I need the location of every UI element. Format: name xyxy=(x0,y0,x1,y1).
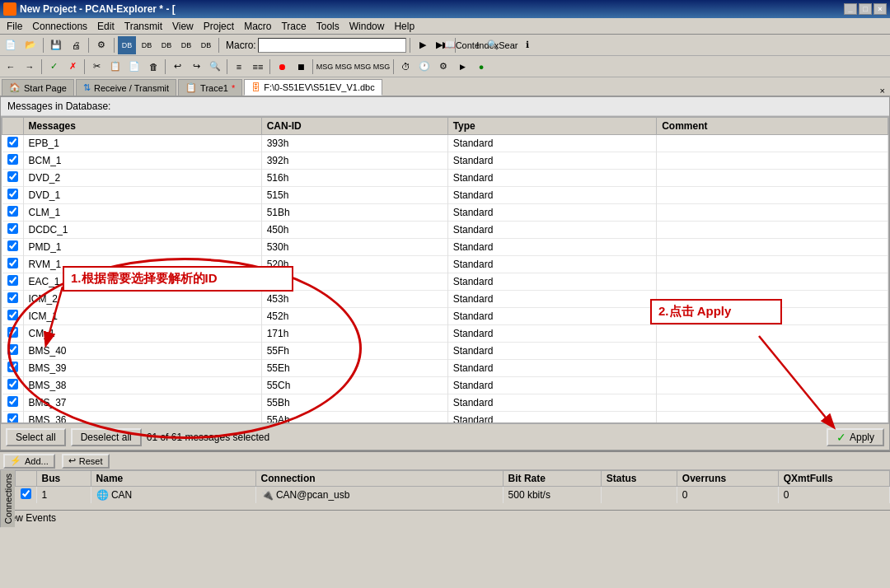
db3-btn[interactable]: DB xyxy=(157,36,176,54)
msg-comment xyxy=(657,239,888,256)
menu-edit[interactable]: Edit xyxy=(92,19,119,34)
cfg-btn[interactable]: ⚙ xyxy=(92,36,110,54)
msg-checkbox-3[interactable] xyxy=(7,189,18,199)
redo-btn[interactable]: ↪ xyxy=(187,58,205,76)
msg-type: Standard xyxy=(447,377,657,394)
msg-checkbox-14[interactable] xyxy=(7,379,18,390)
tab-start-page[interactable]: 🏠 Start Page xyxy=(2,79,74,96)
conn-checkbox[interactable] xyxy=(21,488,31,499)
find-btn[interactable]: 🔍 xyxy=(206,58,224,76)
back-btn[interactable]: ← xyxy=(2,58,20,76)
title-bar: New Project - PCAN-Explorer * - [ _ □ × xyxy=(0,0,890,18)
msg-canid: 393h xyxy=(261,135,447,152)
msg-checkbox-4[interactable] xyxy=(7,206,18,217)
conn-col-check xyxy=(16,471,37,487)
conn-col-connection: Connection xyxy=(255,471,503,487)
msg-checkbox-16[interactable] xyxy=(7,413,18,423)
filter2-btn[interactable]: ≡≡ xyxy=(249,58,267,76)
msg-checkbox-2[interactable] xyxy=(7,171,18,182)
print-btn[interactable]: 🖨 xyxy=(67,36,85,54)
tabs-close-icon[interactable]: × xyxy=(877,86,888,96)
tab-dbc-file[interactable]: 🗄 F:\0-S51EV\S51EV_V1.dbc xyxy=(244,79,382,96)
delete-btn[interactable]: 🗑 xyxy=(144,58,162,76)
stop-btn[interactable]: ⏹ xyxy=(292,58,310,76)
msg-checkbox-6[interactable] xyxy=(7,240,18,251)
open-btn[interactable]: 📂 xyxy=(21,36,40,54)
run-btn[interactable]: ▶ xyxy=(414,36,432,54)
close-btn[interactable]: × xyxy=(874,3,887,15)
msg-checkbox-1[interactable] xyxy=(7,154,18,165)
db5-btn[interactable]: DB xyxy=(197,36,215,54)
add-connection-button[interactable]: ⚡ Add... xyxy=(3,454,55,469)
new-btn[interactable]: 📄 xyxy=(2,36,20,54)
conn-col-qxmt: QXmtFulls xyxy=(778,471,889,487)
macro-input[interactable] xyxy=(258,38,406,53)
msg-name: BMS_40 xyxy=(23,343,261,360)
menu-file[interactable]: File xyxy=(2,19,27,34)
menu-connections[interactable]: Connections xyxy=(27,19,92,34)
menu-window[interactable]: Window xyxy=(344,19,390,34)
msg-type: Standard xyxy=(447,135,657,152)
tab-trace1[interactable]: 📋 Trace1 * xyxy=(178,79,242,96)
connect-btn[interactable]: ✓ xyxy=(44,58,63,76)
menu-project[interactable]: Project xyxy=(199,19,239,34)
menu-tools[interactable]: Tools xyxy=(312,19,344,34)
apply-button[interactable]: ✓ Apply xyxy=(827,428,884,446)
msg-checkbox-13[interactable] xyxy=(7,362,18,372)
rec-btn[interactable]: ⏺ xyxy=(273,58,291,76)
db1-btn[interactable]: DB xyxy=(118,36,136,54)
msg-checkbox-7[interactable] xyxy=(7,258,18,268)
msg-comment xyxy=(657,360,888,377)
msg-comment xyxy=(657,204,888,222)
paste-btn[interactable]: 📄 xyxy=(125,58,143,76)
msg-checkbox-9[interactable] xyxy=(7,292,18,303)
msg-type: Standard xyxy=(447,360,657,377)
msg-checkbox-12[interactable] xyxy=(7,344,18,355)
time-btn[interactable]: ⏱ xyxy=(396,58,415,76)
filter-btn[interactable]: ≡ xyxy=(230,58,248,76)
msg-name: ICM_2 xyxy=(23,291,261,308)
reset-connection-button[interactable]: ↩ Reset xyxy=(62,454,110,469)
msg-canid: 516h xyxy=(261,170,447,187)
menu-help[interactable]: Help xyxy=(389,19,419,34)
minimize-btn[interactable]: _ xyxy=(844,3,857,15)
select-all-button[interactable]: Select all xyxy=(6,428,66,446)
menu-macro[interactable]: Macro xyxy=(239,19,276,34)
connection-row: 1 🌐 CAN 🔌 CAN@pcan_usb 500 kbit/s 0 0 xyxy=(16,487,890,504)
cut-btn[interactable]: ✂ xyxy=(87,58,105,76)
disconnect-btn[interactable]: ✗ xyxy=(63,58,82,76)
db2-btn[interactable]: DB xyxy=(138,36,156,54)
msg4-btn[interactable]: MSG xyxy=(372,58,391,76)
tab-receive-transmit[interactable]: ⇅ Receive / Transmit xyxy=(76,79,176,96)
more-btn[interactable]: ▶ xyxy=(453,58,471,76)
undo-btn[interactable]: ↩ xyxy=(168,58,186,76)
msg2-btn[interactable]: MSG xyxy=(335,58,353,76)
sep-4 xyxy=(218,38,219,53)
copy-btn[interactable]: 📋 xyxy=(106,58,124,76)
menu-transmit[interactable]: Transmit xyxy=(119,19,167,34)
save-btn[interactable]: 💾 xyxy=(47,36,65,54)
msg-btn[interactable]: MSG xyxy=(316,58,334,76)
search-btn[interactable]: 🔍 Search xyxy=(499,36,517,54)
maximize-btn[interactable]: □ xyxy=(859,3,872,15)
menu-trace[interactable]: Trace xyxy=(276,19,311,34)
contents-btn[interactable]: 📖 Contents xyxy=(459,36,477,54)
msg-checkbox-8[interactable] xyxy=(7,275,18,286)
green-btn[interactable]: ● xyxy=(472,58,490,76)
deselect-all-button[interactable]: Deselect all xyxy=(71,428,142,446)
msg-checkbox-5[interactable] xyxy=(7,223,18,234)
clock-btn[interactable]: 🕐 xyxy=(415,58,433,76)
db4-btn[interactable]: DB xyxy=(177,36,195,54)
msg-checkbox-11[interactable] xyxy=(7,327,18,338)
forward-btn[interactable]: → xyxy=(21,58,39,76)
msg-type: Standard xyxy=(447,291,657,308)
menu-view[interactable]: View xyxy=(167,19,199,34)
msg-checkbox-10[interactable] xyxy=(7,310,18,320)
info-btn[interactable]: ℹ xyxy=(518,36,536,54)
msg3-btn[interactable]: MSG xyxy=(354,58,372,76)
msg-checkbox-0[interactable] xyxy=(7,137,18,147)
settings-btn[interactable]: ⚙ xyxy=(434,58,452,76)
msg-checkbox-15[interactable] xyxy=(7,396,18,407)
conn-name: CAN xyxy=(111,489,132,501)
conn-connection: CAN@pcan_usb xyxy=(276,489,350,501)
